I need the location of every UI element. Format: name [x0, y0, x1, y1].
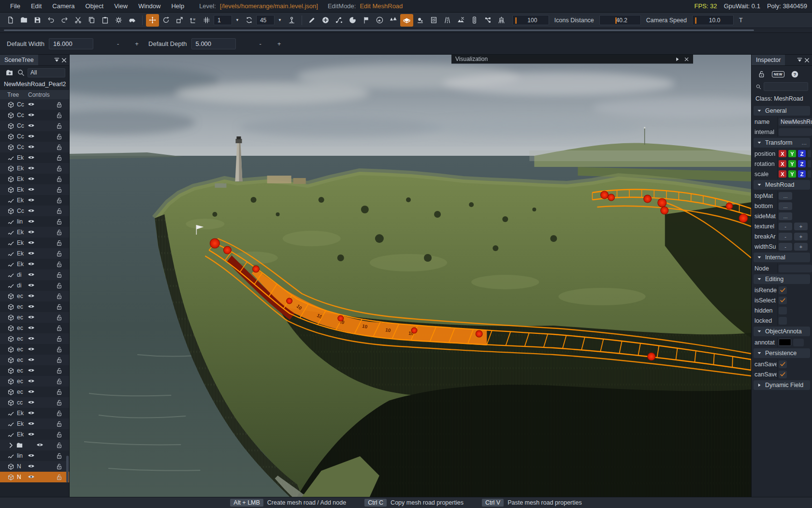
visibility-eye-icon[interactable]: [28, 260, 36, 269]
material-browse-button[interactable]: ...: [779, 212, 792, 220]
tree-row[interactable]: ec: [0, 365, 69, 376]
gizmo-scale-input[interactable]: 100: [512, 15, 549, 25]
section-transform[interactable]: Transform...: [754, 138, 810, 148]
visibility-eye-icon[interactable]: [28, 367, 36, 375]
name-field[interactable]: NewMeshRoad_Pearl2: [779, 118, 812, 126]
decrement-button[interactable]: -: [779, 223, 792, 230]
angle-snap-input[interactable]: 45: [256, 15, 275, 25]
lock-open-icon[interactable]: [56, 261, 63, 268]
tree-row[interactable]: N: [0, 461, 69, 472]
visibility-eye-icon[interactable]: [28, 282, 36, 290]
material-browse-button[interactable]: ...: [779, 202, 792, 210]
lock-open-icon[interactable]: [56, 314, 63, 321]
visibility-eye-icon[interactable]: [28, 452, 36, 460]
menu-window[interactable]: Window: [133, 1, 166, 11]
panel-close-icon[interactable]: [61, 57, 67, 63]
cut-button[interactable]: [72, 14, 85, 27]
lock-closed-icon[interactable]: [56, 101, 63, 108]
lock-open-icon[interactable]: [56, 367, 63, 374]
visibility-eye-icon[interactable]: [28, 228, 36, 237]
lock-open-icon[interactable]: [56, 239, 63, 247]
axis-y-badge[interactable]: Y: [788, 170, 796, 178]
visibility-eye-icon[interactable]: [28, 111, 36, 120]
tree-row[interactable]: Ek: [0, 174, 69, 184]
width-increment-button[interactable]: +: [130, 40, 144, 47]
visibility-eye-icon[interactable]: [28, 431, 36, 439]
isRende-checkbox[interactable]: [779, 286, 787, 294]
menu-view[interactable]: View: [109, 1, 133, 11]
visibility-eye-icon[interactable]: [28, 207, 36, 215]
open-level-button[interactable]: [17, 14, 30, 27]
visibility-eye-icon[interactable]: [28, 175, 36, 183]
tree-row[interactable]: Ek: [0, 195, 69, 206]
axis-z-badge[interactable]: Z: [798, 170, 806, 178]
lock-open-icon[interactable]: [56, 133, 63, 140]
section-internal[interactable]: Internal: [754, 253, 810, 262]
depth-increment-button[interactable]: +: [272, 40, 287, 47]
internal-field[interactable]: [779, 128, 812, 136]
copy-button[interactable]: [85, 14, 98, 27]
settings-button[interactable]: [112, 14, 125, 27]
visibility-eye-icon[interactable]: [28, 133, 36, 141]
menu-help[interactable]: Help: [166, 1, 189, 11]
panel-collapse-icon[interactable]: [54, 57, 60, 63]
lock-open-icon[interactable]: [56, 186, 63, 194]
lock-open-icon[interactable]: [56, 112, 63, 119]
camera-speed-input[interactable]: 10.0: [692, 15, 734, 25]
menu-file[interactable]: File: [5, 1, 26, 11]
tree-scrollbar[interactable]: [66, 456, 69, 482]
tree-row[interactable]: di: [0, 269, 69, 280]
lock-open-icon[interactable]: [56, 431, 63, 438]
splitter-handle[interactable]: [4, 30, 754, 31]
depth-decrement-button[interactable]: -: [253, 40, 268, 47]
add-object-button[interactable]: [319, 14, 332, 27]
material-browse-button[interactable]: ...: [779, 192, 792, 200]
decrement-button[interactable]: -: [779, 233, 792, 240]
lock-open-icon[interactable]: [56, 218, 63, 225]
visibility-eye-icon[interactable]: [28, 399, 36, 407]
visibility-eye-icon[interactable]: [28, 324, 36, 332]
section-meshroad[interactable]: MeshRoad: [754, 180, 810, 190]
spline-tool-button[interactable]: [333, 14, 346, 27]
visibility-eye-icon[interactable]: [28, 409, 36, 418]
add-group-button[interactable]: [4, 68, 14, 77]
lock-open-icon[interactable]: [56, 346, 63, 353]
tree-row[interactable]: Cc: [0, 142, 69, 152]
increment-button[interactable]: +: [794, 233, 808, 240]
tree-row[interactable]: ec: [0, 355, 69, 365]
river-tool-button[interactable]: [427, 14, 440, 27]
tree-row[interactable]: Ek: [0, 248, 69, 259]
lock-open-icon[interactable]: [56, 282, 63, 289]
tree-row[interactable]: ec: [0, 323, 69, 333]
new-level-button[interactable]: [4, 14, 17, 27]
tree-row[interactable]: di: [0, 280, 69, 291]
visibility-eye-icon[interactable]: [28, 186, 36, 194]
locked-checkbox[interactable]: [779, 317, 787, 325]
axis-x-badge[interactable]: X: [779, 150, 786, 157]
axis-z-badge[interactable]: Z: [798, 160, 806, 167]
visibility-eye-icon[interactable]: [28, 292, 36, 300]
snap-grid-button[interactable]: [200, 14, 213, 27]
decal-road-tool-button[interactable]: [441, 14, 454, 27]
visibility-eye-icon[interactable]: [28, 463, 36, 471]
visibility-eye-icon[interactable]: [28, 239, 36, 247]
visibility-eye-icon[interactable]: [28, 143, 36, 151]
tree-row[interactable]: ec: [0, 376, 69, 387]
visualization-window[interactable]: Visualization: [451, 55, 693, 64]
close-icon[interactable]: [684, 57, 689, 62]
section-dynamic-field[interactable]: Dynamic Field: [754, 380, 810, 390]
lock-open-icon[interactable]: [56, 250, 63, 257]
visibility-eye-icon[interactable]: [28, 271, 36, 279]
visibility-eye-icon[interactable]: [28, 218, 36, 226]
visibility-eye-icon[interactable]: [28, 303, 36, 311]
visibility-eye-icon[interactable]: [28, 335, 36, 343]
visibility-eye-icon[interactable]: [28, 101, 36, 109]
increment-button[interactable]: +: [794, 243, 808, 251]
tree-row[interactable]: Cc: [0, 131, 69, 142]
tree-row[interactable]: ec: [0, 344, 69, 355]
width-decrement-button[interactable]: -: [111, 40, 125, 47]
visibility-eye-icon[interactable]: [28, 164, 36, 173]
canSave-checkbox[interactable]: [779, 371, 787, 378]
Node-field[interactable]: [779, 265, 812, 272]
forest-tool-button[interactable]: [387, 14, 400, 27]
